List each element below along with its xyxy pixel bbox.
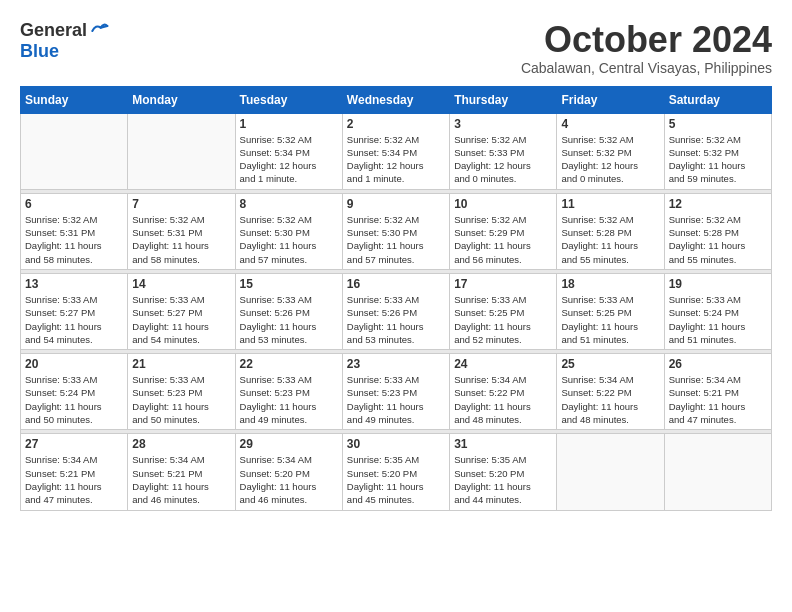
day-number: 12 xyxy=(669,197,767,211)
day-info: Sunrise: 5:32 AMSunset: 5:32 PMDaylight:… xyxy=(669,133,767,186)
title-section: October 2024 Cabalawan, Central Visayas,… xyxy=(521,20,772,76)
calendar-cell: 17Sunrise: 5:33 AMSunset: 5:25 PMDayligh… xyxy=(450,273,557,349)
day-info: Sunrise: 5:33 AMSunset: 5:26 PMDaylight:… xyxy=(347,293,445,346)
day-number: 28 xyxy=(132,437,230,451)
day-info: Sunrise: 5:33 AMSunset: 5:24 PMDaylight:… xyxy=(669,293,767,346)
calendar-cell: 11Sunrise: 5:32 AMSunset: 5:28 PMDayligh… xyxy=(557,193,664,269)
day-number: 24 xyxy=(454,357,552,371)
day-number: 19 xyxy=(669,277,767,291)
day-info: Sunrise: 5:33 AMSunset: 5:25 PMDaylight:… xyxy=(454,293,552,346)
calendar-cell: 7Sunrise: 5:32 AMSunset: 5:31 PMDaylight… xyxy=(128,193,235,269)
day-info: Sunrise: 5:34 AMSunset: 5:21 PMDaylight:… xyxy=(25,453,123,506)
day-info: Sunrise: 5:32 AMSunset: 5:34 PMDaylight:… xyxy=(240,133,338,186)
day-number: 22 xyxy=(240,357,338,371)
day-number: 4 xyxy=(561,117,659,131)
day-info: Sunrise: 5:33 AMSunset: 5:26 PMDaylight:… xyxy=(240,293,338,346)
day-info: Sunrise: 5:34 AMSunset: 5:22 PMDaylight:… xyxy=(454,373,552,426)
day-number: 3 xyxy=(454,117,552,131)
calendar-cell: 4Sunrise: 5:32 AMSunset: 5:32 PMDaylight… xyxy=(557,113,664,189)
calendar-cell: 10Sunrise: 5:32 AMSunset: 5:29 PMDayligh… xyxy=(450,193,557,269)
day-number: 10 xyxy=(454,197,552,211)
day-info: Sunrise: 5:34 AMSunset: 5:22 PMDaylight:… xyxy=(561,373,659,426)
day-info: Sunrise: 5:32 AMSunset: 5:29 PMDaylight:… xyxy=(454,213,552,266)
calendar-cell: 19Sunrise: 5:33 AMSunset: 5:24 PMDayligh… xyxy=(664,273,771,349)
calendar-cell: 15Sunrise: 5:33 AMSunset: 5:26 PMDayligh… xyxy=(235,273,342,349)
day-info: Sunrise: 5:32 AMSunset: 5:34 PMDaylight:… xyxy=(347,133,445,186)
calendar-cell: 8Sunrise: 5:32 AMSunset: 5:30 PMDaylight… xyxy=(235,193,342,269)
calendar-cell: 5Sunrise: 5:32 AMSunset: 5:32 PMDaylight… xyxy=(664,113,771,189)
calendar-cell: 23Sunrise: 5:33 AMSunset: 5:23 PMDayligh… xyxy=(342,354,449,430)
day-number: 15 xyxy=(240,277,338,291)
month-title: October 2024 xyxy=(521,20,772,60)
calendar-cell: 21Sunrise: 5:33 AMSunset: 5:23 PMDayligh… xyxy=(128,354,235,430)
day-number: 18 xyxy=(561,277,659,291)
calendar-cell: 25Sunrise: 5:34 AMSunset: 5:22 PMDayligh… xyxy=(557,354,664,430)
day-info: Sunrise: 5:33 AMSunset: 5:23 PMDaylight:… xyxy=(347,373,445,426)
day-info: Sunrise: 5:34 AMSunset: 5:20 PMDaylight:… xyxy=(240,453,338,506)
header-saturday: Saturday xyxy=(664,86,771,113)
calendar-cell: 18Sunrise: 5:33 AMSunset: 5:25 PMDayligh… xyxy=(557,273,664,349)
calendar-cell: 6Sunrise: 5:32 AMSunset: 5:31 PMDaylight… xyxy=(21,193,128,269)
page-header: General Blue October 2024 Cabalawan, Cen… xyxy=(20,20,772,76)
calendar-cell: 27Sunrise: 5:34 AMSunset: 5:21 PMDayligh… xyxy=(21,434,128,510)
header-wednesday: Wednesday xyxy=(342,86,449,113)
day-info: Sunrise: 5:34 AMSunset: 5:21 PMDaylight:… xyxy=(669,373,767,426)
day-info: Sunrise: 5:32 AMSunset: 5:31 PMDaylight:… xyxy=(25,213,123,266)
logo-general-text: General xyxy=(20,20,87,41)
calendar-cell xyxy=(664,434,771,510)
day-info: Sunrise: 5:33 AMSunset: 5:24 PMDaylight:… xyxy=(25,373,123,426)
header-tuesday: Tuesday xyxy=(235,86,342,113)
day-info: Sunrise: 5:32 AMSunset: 5:32 PMDaylight:… xyxy=(561,133,659,186)
day-info: Sunrise: 5:33 AMSunset: 5:27 PMDaylight:… xyxy=(25,293,123,346)
week-row-5: 27Sunrise: 5:34 AMSunset: 5:21 PMDayligh… xyxy=(21,434,772,510)
week-row-2: 6Sunrise: 5:32 AMSunset: 5:31 PMDaylight… xyxy=(21,193,772,269)
calendar-cell: 2Sunrise: 5:32 AMSunset: 5:34 PMDaylight… xyxy=(342,113,449,189)
calendar-cell: 22Sunrise: 5:33 AMSunset: 5:23 PMDayligh… xyxy=(235,354,342,430)
day-number: 9 xyxy=(347,197,445,211)
day-number: 29 xyxy=(240,437,338,451)
day-info: Sunrise: 5:32 AMSunset: 5:28 PMDaylight:… xyxy=(561,213,659,266)
calendar-cell: 13Sunrise: 5:33 AMSunset: 5:27 PMDayligh… xyxy=(21,273,128,349)
calendar-cell: 3Sunrise: 5:32 AMSunset: 5:33 PMDaylight… xyxy=(450,113,557,189)
day-number: 5 xyxy=(669,117,767,131)
calendar-cell xyxy=(21,113,128,189)
day-number: 23 xyxy=(347,357,445,371)
day-number: 21 xyxy=(132,357,230,371)
calendar-cell: 1Sunrise: 5:32 AMSunset: 5:34 PMDaylight… xyxy=(235,113,342,189)
location: Cabalawan, Central Visayas, Philippines xyxy=(521,60,772,76)
calendar-cell: 9Sunrise: 5:32 AMSunset: 5:30 PMDaylight… xyxy=(342,193,449,269)
calendar-cell: 29Sunrise: 5:34 AMSunset: 5:20 PMDayligh… xyxy=(235,434,342,510)
week-row-3: 13Sunrise: 5:33 AMSunset: 5:27 PMDayligh… xyxy=(21,273,772,349)
calendar-cell: 26Sunrise: 5:34 AMSunset: 5:21 PMDayligh… xyxy=(664,354,771,430)
day-number: 11 xyxy=(561,197,659,211)
day-info: Sunrise: 5:35 AMSunset: 5:20 PMDaylight:… xyxy=(347,453,445,506)
calendar-cell: 16Sunrise: 5:33 AMSunset: 5:26 PMDayligh… xyxy=(342,273,449,349)
day-number: 16 xyxy=(347,277,445,291)
day-number: 27 xyxy=(25,437,123,451)
header-sunday: Sunday xyxy=(21,86,128,113)
day-number: 2 xyxy=(347,117,445,131)
day-info: Sunrise: 5:32 AMSunset: 5:30 PMDaylight:… xyxy=(240,213,338,266)
calendar-cell: 20Sunrise: 5:33 AMSunset: 5:24 PMDayligh… xyxy=(21,354,128,430)
day-info: Sunrise: 5:33 AMSunset: 5:25 PMDaylight:… xyxy=(561,293,659,346)
day-number: 30 xyxy=(347,437,445,451)
calendar-cell: 12Sunrise: 5:32 AMSunset: 5:28 PMDayligh… xyxy=(664,193,771,269)
week-row-4: 20Sunrise: 5:33 AMSunset: 5:24 PMDayligh… xyxy=(21,354,772,430)
logo-blue-text: Blue xyxy=(20,41,59,62)
day-number: 13 xyxy=(25,277,123,291)
day-number: 17 xyxy=(454,277,552,291)
logo-icon xyxy=(89,21,109,41)
day-number: 26 xyxy=(669,357,767,371)
day-number: 25 xyxy=(561,357,659,371)
day-info: Sunrise: 5:33 AMSunset: 5:23 PMDaylight:… xyxy=(132,373,230,426)
day-info: Sunrise: 5:32 AMSunset: 5:31 PMDaylight:… xyxy=(132,213,230,266)
header-thursday: Thursday xyxy=(450,86,557,113)
day-number: 14 xyxy=(132,277,230,291)
day-info: Sunrise: 5:32 AMSunset: 5:28 PMDaylight:… xyxy=(669,213,767,266)
header-friday: Friday xyxy=(557,86,664,113)
logo: General Blue xyxy=(20,20,109,62)
calendar-cell xyxy=(128,113,235,189)
header-monday: Monday xyxy=(128,86,235,113)
day-number: 31 xyxy=(454,437,552,451)
day-number: 20 xyxy=(25,357,123,371)
